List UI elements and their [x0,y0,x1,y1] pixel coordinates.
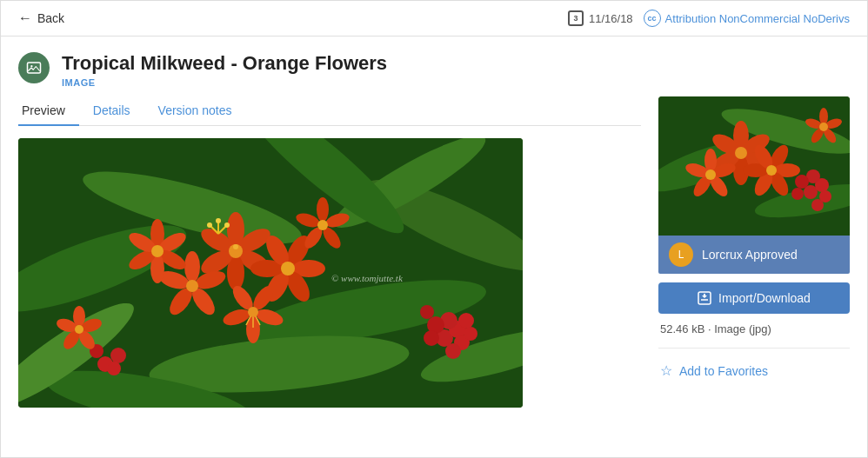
date-badge: 3 11/16/18 [568,10,633,26]
svg-point-119 [819,123,828,131]
svg-point-1 [30,65,32,67]
tabs: Preview Details Version notes [18,96,641,126]
svg-point-63 [151,245,164,257]
approved-bar: L Lorcrux Approved [658,236,850,274]
svg-point-73 [216,218,221,223]
approved-avatar: L [669,242,693,267]
tab-version-notes[interactable]: Version notes [144,96,246,126]
divider [658,348,850,348]
svg-point-47 [281,262,295,275]
image-svg-icon [26,60,42,76]
flower-preview-image: © www.tomjutte.tk [18,138,523,408]
svg-point-100 [735,147,747,159]
calendar-icon: 3 [568,10,584,26]
top-bar: ← Back 3 11/16/18 cc Attribution NonComm… [1,1,867,37]
svg-point-22 [464,327,477,341]
header-text: Tropical Milkweed - Orange Flowers IMAGE [62,52,387,88]
import-icon [698,291,711,305]
left-panel: Preview Details Version notes [18,96,641,408]
svg-rect-0 [28,63,41,73]
svg-point-18 [424,330,439,346]
svg-point-26 [107,362,121,375]
svg-point-64 [317,197,329,222]
svg-point-93 [811,199,824,211]
license-text: Attribution NonCommercial NoDerivs [665,12,850,25]
preview-image-container: © www.tomjutte.tk [18,138,523,408]
date-text: 11/16/18 [589,12,633,25]
svg-point-35 [184,251,200,282]
svg-point-40 [186,280,198,292]
svg-point-106 [705,169,716,180]
svg-point-34 [233,244,238,249]
main-content: Preview Details Version notes [1,96,867,425]
cc-icon: cc [644,10,661,27]
type-label: IMAGE [62,77,387,88]
back-arrow-icon: ← [18,10,32,26]
svg-point-69 [317,220,328,230]
file-info: 52.46 kB · Image (jpg) [658,322,850,335]
svg-text:© www.tomjutte.tk: © www.tomjutte.tk [331,273,404,283]
svg-point-90 [795,175,809,189]
right-panel: L Lorcrux Approved Import/Download 52.46… [658,96,850,408]
tab-details[interactable]: Details [79,96,144,126]
back-label: Back [37,11,64,25]
add-to-favorites-button[interactable]: ☆ Add to Favorites [658,357,850,384]
import-label: Import/Download [718,291,811,305]
thumbnail-image [658,96,850,236]
back-button[interactable]: ← Back [18,10,64,26]
svg-point-53 [248,307,258,317]
svg-point-74 [224,222,230,228]
svg-point-19 [445,343,461,359]
top-bar-right: 3 11/16/18 cc Attribution NonCommercial … [568,10,850,27]
image-type-icon [18,52,50,83]
svg-point-113 [766,165,777,176]
svg-point-92 [791,188,804,200]
svg-point-81 [75,325,83,334]
svg-point-75 [207,222,212,228]
svg-point-20 [458,313,474,329]
header-section: Tropical Milkweed - Orange Flowers IMAGE [1,37,867,96]
svg-point-21 [420,305,434,319]
star-icon: ☆ [660,362,672,379]
add-favorites-label: Add to Favorites [679,364,768,378]
thumbnail-svg [658,96,850,236]
tab-preview[interactable]: Preview [18,96,79,126]
svg-point-24 [110,348,126,363]
import-download-button[interactable]: Import/Download [658,282,850,314]
license-badge[interactable]: cc Attribution NonCommercial NoDerivs [644,10,850,27]
page-title: Tropical Milkweed - Orange Flowers [62,52,387,75]
approved-text: Lorcrux Approved [702,248,798,262]
